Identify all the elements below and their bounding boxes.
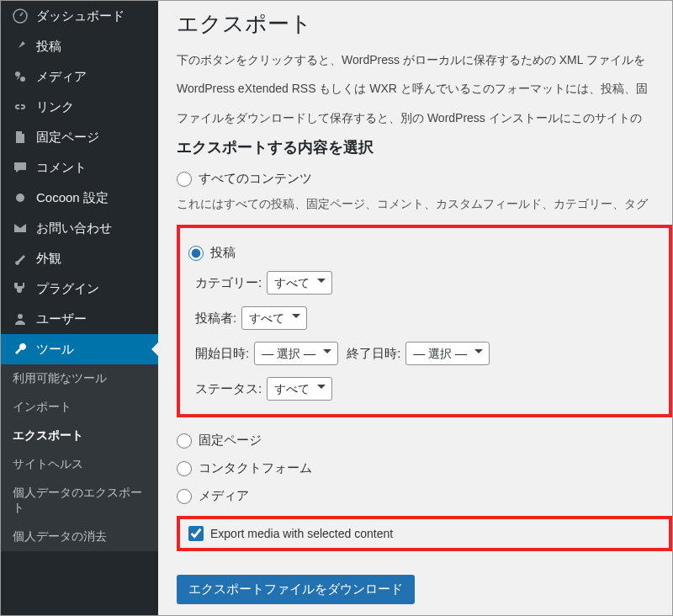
wrench-icon [11,341,29,358]
sidebar-item-label: Cocoon 設定 [36,190,109,206]
sidebar-item-media[interactable]: メディア [1,61,158,92]
sidebar-item-dashboard[interactable]: ダッシュボード [1,1,158,31]
sidebar-item-plugins[interactable]: プラグイン [1,273,158,304]
svg-point-4 [18,314,23,319]
checkbox-export-media[interactable] [188,526,204,541]
radio-media-label: メディア [199,488,249,504]
sidebar-item-contact[interactable]: お問い合わせ [1,213,158,243]
all-content-description: これにはすべての投稿、固定ページ、コメント、カスタムフィールド、カテゴリー、タグ [177,195,672,213]
field-author: 投稿者: すべて [195,306,660,330]
sidebar-item-label: ユーザー [36,311,87,327]
sub-item-import[interactable]: インポート [1,393,158,422]
field-status: ステータス: すべて [195,377,660,401]
sidebar-item-users[interactable]: ユーザー [1,304,158,334]
brush-icon [11,250,29,267]
select-status[interactable]: すべて [267,377,332,401]
mail-icon [11,220,29,236]
select-author[interactable]: すべて [241,306,307,330]
radio-row-all: すべてのコンテンツ [177,167,672,190]
sidebar-item-label: ツール [36,342,74,358]
select-category[interactable]: すべて [267,271,332,295]
label-category: カテゴリー: [195,275,262,291]
sidebar-item-label: リンク [36,99,74,115]
dashboard-icon [11,8,29,24]
label-author: 投稿者: [195,311,236,327]
pin-icon [11,38,29,55]
sidebar-item-label: プラグイン [36,281,99,297]
radio-row-media: メディア [177,485,672,507]
select-start-date[interactable]: — 選択 — [254,342,338,365]
radio-contactform[interactable] [177,461,192,476]
sub-item-personal-data-export[interactable]: 個人データのエクスポート [1,479,158,523]
sidebar-item-label: 投稿 [36,39,61,55]
sidebar-item-tools[interactable]: ツール [1,334,158,364]
sidebar-item-comments[interactable]: コメント [1,152,158,183]
plug-icon [11,280,29,297]
checkbox-export-media-label: Export media with selected content [210,527,393,540]
sub-item-export[interactable]: エクスポート [1,422,158,450]
comment-icon [11,159,29,176]
sidebar-item-appearance[interactable]: 外観 [1,243,158,273]
radio-posts-label: 投稿 [210,245,236,261]
main-content: エクスポート 下のボタンをクリックすると、WordPress がローカルに保存す… [158,1,672,615]
field-date-range: 開始日時: — 選択 — 終了日時: — 選択 — [195,342,660,365]
sidebar-item-pages[interactable]: 固定ページ [1,122,158,152]
svg-point-2 [20,77,25,82]
admin-sidebar: ダッシュボード 投稿 メディア リンク 固定ページ コメント Cocoon 設定 [1,1,158,615]
sub-item-site-health[interactable]: サイトヘルス [1,450,158,479]
svg-point-1 [15,72,20,77]
label-start-date: 開始日時: [195,346,249,362]
sub-item-personal-data-erase[interactable]: 個人データの消去 [1,523,158,551]
intro-text-3: ファイルをダウンロードして保存すると、別の WordPress インストールにこ… [177,109,672,127]
section-title: エクスポートする内容を選択 [177,137,672,157]
page-icon [11,129,29,146]
sub-item-available-tools[interactable]: 利用可能なツール [1,364,158,393]
radio-row-pages: 固定ページ [177,429,672,452]
sidebar-submenu-tools: 利用可能なツール インポート エクスポート サイトヘルス 個人データのエクスポー… [1,364,158,551]
select-end-date[interactable]: — 選択 — [405,342,490,365]
sidebar-item-label: 固定ページ [36,130,99,146]
circle-icon [11,189,29,206]
user-icon [11,311,29,327]
radio-all-content[interactable] [177,172,192,187]
sidebar-item-label: メディア [36,69,87,85]
export-media-box: Export media with selected content [177,516,672,551]
sidebar-item-label: ダッシュボード [36,8,125,24]
radio-all-label: すべてのコンテンツ [199,171,312,187]
svg-point-3 [16,194,24,202]
radio-posts[interactable] [188,246,204,261]
media-icon [11,68,29,85]
radio-row-contactform: コンタクトフォーム [177,457,672,480]
field-category: カテゴリー: すべて [195,271,660,295]
intro-text-2: WordPress eXtended RSS もしくは WXR と呼んでいるこの… [177,79,672,98]
sidebar-item-label: コメント [36,160,87,176]
label-status: ステータス: [195,381,262,397]
sidebar-item-label: お問い合わせ [36,220,112,236]
radio-media[interactable] [177,489,192,504]
sidebar-item-label: 外観 [36,251,61,267]
radio-contactform-label: コンタクトフォーム [199,460,312,476]
label-end-date: 終了日時: [347,346,400,362]
checkbox-row-export-media: Export media with selected content [188,526,660,541]
download-export-button[interactable]: エクスポートファイルをダウンロード [177,575,415,604]
page-title: エクスポート [177,9,672,39]
sidebar-item-posts[interactable]: 投稿 [1,31,158,61]
posts-options-box: 投稿 カテゴリー: すべて 投稿者: すべて 開始日時: — 選択 — 終了日時… [177,225,672,417]
radio-row-posts: 投稿 [188,242,660,264]
sidebar-item-links[interactable]: リンク [1,92,158,122]
radio-pages[interactable] [177,433,192,449]
radio-pages-label: 固定ページ [199,433,262,449]
intro-text-1: 下のボタンをクリックすると、WordPress がローカルに保存するための XM… [177,50,672,69]
sidebar-item-cocoon[interactable]: Cocoon 設定 [1,183,158,213]
link-icon [11,98,29,115]
